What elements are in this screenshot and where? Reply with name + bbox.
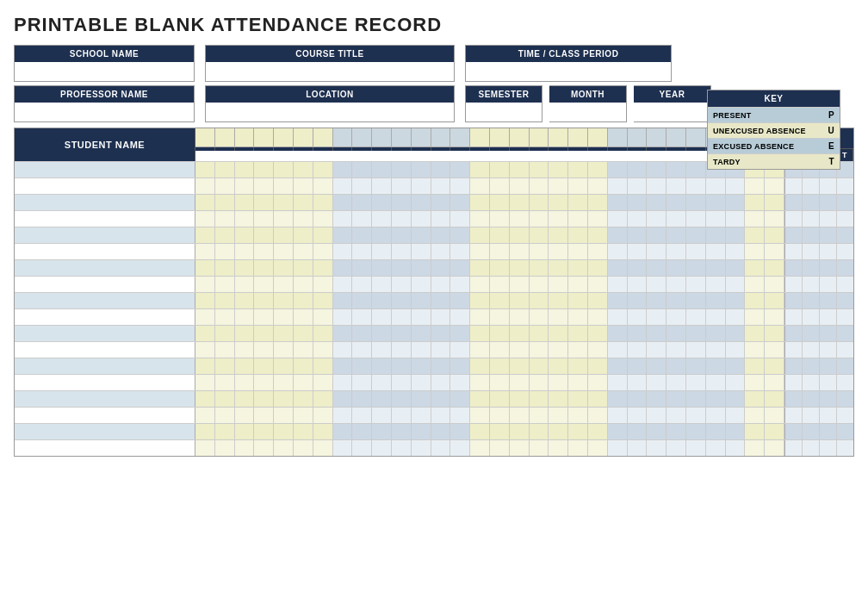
- data-cell: [666, 260, 686, 276]
- month-input[interactable]: [549, 103, 626, 121]
- data-cell: [470, 277, 490, 292]
- data-cell: [372, 424, 392, 439]
- data-cell: [450, 391, 470, 407]
- location-label: LOCATION: [206, 86, 454, 103]
- data-cell: [745, 244, 765, 259]
- time-period-input[interactable]: [466, 62, 671, 81]
- key-excused-code: E: [828, 141, 834, 151]
- professor-name-input[interactable]: [15, 103, 194, 121]
- data-cell: [352, 326, 372, 341]
- total-cell: [803, 391, 820, 407]
- year-input[interactable]: [634, 103, 710, 121]
- data-cell: [686, 162, 706, 177]
- data-cell: [235, 178, 255, 194]
- data-cell: [274, 227, 294, 243]
- data-cell: [588, 342, 608, 358]
- month-group: MONTH: [549, 85, 627, 122]
- date-number-cell: [313, 128, 333, 147]
- semester-input[interactable]: [466, 103, 542, 121]
- data-cell: [392, 309, 412, 325]
- data-cell: [608, 424, 628, 439]
- data-cell: [745, 293, 765, 308]
- data-cell: [568, 342, 588, 358]
- total-cell: [785, 424, 803, 439]
- total-group: [784, 178, 853, 194]
- data-cell: [549, 440, 568, 456]
- puet-header-cell: [352, 147, 372, 151]
- total-cell: [837, 178, 854, 194]
- table-row: [15, 374, 853, 390]
- data-cell: [294, 391, 313, 407]
- school-name-input[interactable]: [15, 62, 194, 81]
- table-row: [15, 407, 853, 423]
- date-number-cell: [588, 128, 608, 147]
- data-cell: [195, 358, 215, 374]
- puet-header-cell: [274, 147, 294, 151]
- total-group: [784, 244, 853, 259]
- data-cell: [726, 309, 746, 325]
- data-cell: [490, 162, 510, 177]
- total-group: [784, 277, 853, 292]
- data-cell: [274, 293, 294, 308]
- total-cell: [803, 195, 820, 210]
- data-cell: [666, 342, 686, 358]
- data-cell: [254, 440, 274, 456]
- data-cell: [628, 162, 648, 177]
- data-cell: [666, 309, 686, 325]
- data-cell: [765, 309, 784, 325]
- data-cell: [647, 391, 666, 407]
- data-cell: [274, 211, 294, 227]
- data-cell: [235, 408, 255, 423]
- key-unexcused-row: UNEXCUSED ABSENCE U: [708, 122, 840, 138]
- data-cell: [333, 293, 353, 308]
- data-cell: [392, 277, 412, 292]
- total-cell: [785, 358, 803, 374]
- data-cell: [450, 326, 470, 341]
- data-cell: [352, 244, 372, 259]
- data-cell: [628, 408, 648, 423]
- data-cell: [608, 391, 628, 407]
- data-cell: [372, 293, 392, 308]
- data-cell: [686, 358, 706, 374]
- data-cell: [726, 195, 746, 210]
- course-title-input[interactable]: [206, 62, 454, 81]
- location-input[interactable]: [206, 103, 454, 121]
- data-cell: [254, 326, 274, 341]
- key-excused-row: EXCUSED ABSENCE E: [708, 138, 840, 153]
- data-cell: [490, 358, 510, 374]
- data-cell: [568, 440, 588, 456]
- data-cell: [372, 375, 392, 390]
- puet-header-cell: [450, 147, 470, 151]
- location-group: LOCATION: [205, 85, 455, 122]
- total-cell: [820, 408, 837, 423]
- data-cell: [274, 277, 294, 292]
- data-cell: [765, 424, 784, 439]
- date-number-cell: [549, 128, 568, 147]
- data-cell: [412, 375, 431, 390]
- total-group: [784, 211, 853, 227]
- data-cell: [195, 244, 215, 259]
- data-cell: [588, 227, 608, 243]
- data-cell: [628, 277, 648, 292]
- data-cell: [313, 227, 333, 243]
- data-cell: [608, 309, 628, 325]
- data-cell: [647, 358, 666, 374]
- puet-header-cell: [195, 147, 215, 151]
- data-cell: [530, 227, 549, 243]
- key-section: KEY PRESENT P UNEXCUSED ABSENCE U EXCUSE…: [707, 90, 840, 170]
- date-number-cell: [490, 128, 510, 147]
- data-cell: [549, 326, 568, 341]
- data-cell: [470, 227, 490, 243]
- data-cell: [530, 178, 549, 194]
- data-cell: [392, 162, 412, 177]
- data-cell: [628, 211, 648, 227]
- data-cell: [274, 326, 294, 341]
- total-cell: [820, 277, 837, 292]
- data-cell: [215, 277, 235, 292]
- data-cell: [254, 408, 274, 423]
- data-cell: [372, 260, 392, 276]
- student-name-cell: [15, 244, 195, 259]
- total-cell: [837, 326, 854, 341]
- data-cell: [510, 260, 530, 276]
- student-name-header: STUDENT NAME: [15, 128, 195, 161]
